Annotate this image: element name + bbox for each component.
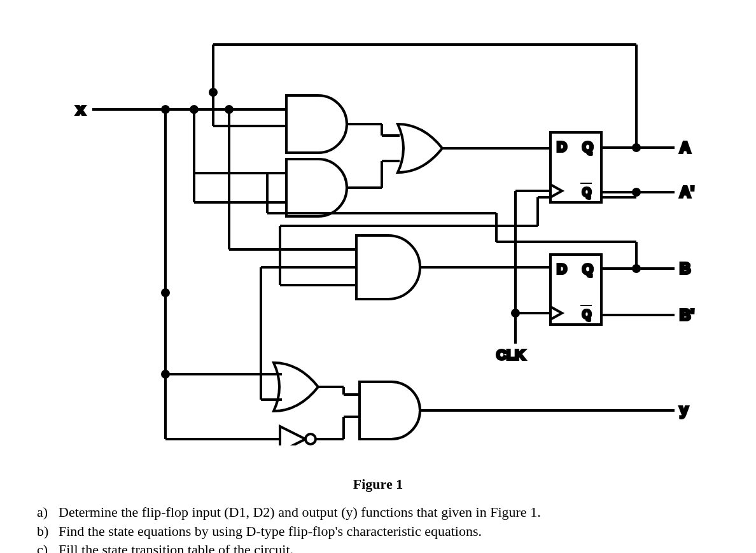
label-Bprime: B' [680,306,694,323]
svg-point-49 [512,310,519,316]
label-x: x [76,101,85,118]
question-c-text: Fill the state transition table of the c… [59,540,293,553]
label-A: A [680,139,690,156]
svg-point-35 [633,189,640,195]
questions-block: a)Determine the flip-flop input (D1, D2)… [37,503,541,553]
question-a-letter: a) [37,503,59,522]
ff1-Qbar-label: Q [582,186,591,199]
label-Aprime: A' [680,183,694,200]
figure-caption: Figure 1 [0,476,756,493]
circuit-diagram: x D Q Q A A' [0,0,756,445]
svg-point-7 [210,89,216,95]
question-b-text: Find the state equations by using D-type… [59,522,482,541]
question-c-letter: c) [37,540,59,553]
ff1-D-label: D [557,139,567,155]
label-B: B [680,260,690,277]
label-y: y [680,401,689,418]
svg-point-61 [162,371,169,377]
label-CLK: CLK [496,347,525,363]
question-a-text: Determine the flip-flop input (D1, D2) a… [59,503,541,522]
question-b-letter: b) [37,522,59,541]
ff1-Q-label: Q [582,139,593,155]
ff2-Qbar-label: Q [582,308,591,321]
ff2-D-label: D [557,261,567,277]
ff2-Q-label: Q [582,261,593,277]
svg-point-58 [305,434,316,444]
